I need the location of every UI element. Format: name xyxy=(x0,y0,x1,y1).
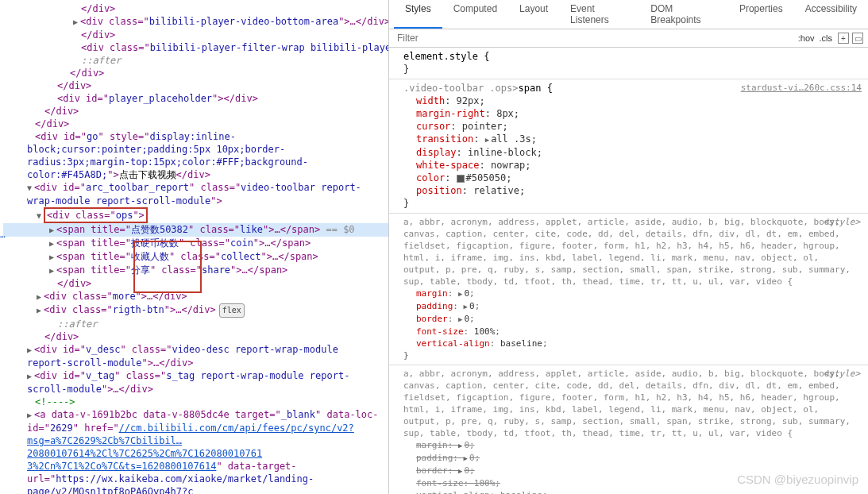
reset-rule-1[interactable]: <style> a, abbr, acronym, address, apple… xyxy=(389,214,868,365)
dom-close-tag[interactable]: </div> xyxy=(81,3,115,14)
rule-video-toolbar-ops-span[interactable]: stardust-vi…260c.css:14 .video-toolbar .… xyxy=(389,79,868,214)
new-style-rule-icon[interactable]: + xyxy=(838,33,849,44)
style-source-tag: <style> xyxy=(824,368,860,380)
gutter-dots: … xyxy=(0,230,6,240)
tab-layout[interactable]: Layout xyxy=(508,0,559,29)
tab-dom-breakpoints[interactable]: DOM Breakpoints xyxy=(639,0,728,29)
hov-toggle[interactable]: :hov xyxy=(798,33,815,43)
tab-computed[interactable]: Computed xyxy=(442,0,508,29)
filter-input[interactable] xyxy=(394,31,796,45)
styles-panel: Styles Computed Layout Event Listeners D… xyxy=(389,0,868,494)
node-coin[interactable]: <span title="投硬币枚数" class="coin">…</span… xyxy=(3,237,388,250)
filter-row: :hov .cls + ▭ xyxy=(389,29,868,48)
styles-tabs: Styles Computed Layout Event Listeners D… xyxy=(389,0,868,29)
tab-properties[interactable]: Properties xyxy=(728,0,794,29)
dom-tree[interactable]: </div> <div class="bilibili-player-video… xyxy=(0,2,388,494)
flex-badge[interactable]: flex xyxy=(219,303,245,318)
tab-event-listeners[interactable]: Event Listeners xyxy=(559,0,639,29)
node-collect[interactable]: <span title="收藏人数" class="collect">…</sp… xyxy=(3,250,388,264)
elements-panel[interactable]: … </div> <div class="bilibili-player-vid… xyxy=(0,0,389,494)
tab-accessibility[interactable]: Accessibility xyxy=(794,0,868,29)
element-style-block[interactable]: element.style { } xyxy=(389,48,868,79)
node-share[interactable]: <span title="分享" class="share">…</span> xyxy=(3,264,388,277)
selected-node-like[interactable]: <span title="点赞数50382" class="like">…</s… xyxy=(3,223,388,237)
cls-toggle[interactable]: .cls xyxy=(820,33,833,43)
tab-styles[interactable]: Styles xyxy=(394,0,442,29)
reset-rule-2[interactable]: <style> a, abbr, acronym, address, apple… xyxy=(389,365,868,494)
highlight-ops-div[interactable]: <div class="ops"> xyxy=(44,207,148,223)
device-icon[interactable]: ▭ xyxy=(852,33,863,44)
color-swatch[interactable] xyxy=(457,175,465,183)
source-link[interactable]: stardust-vi…260c.css:14 xyxy=(741,82,862,95)
style-source-tag: <style> xyxy=(824,216,860,228)
